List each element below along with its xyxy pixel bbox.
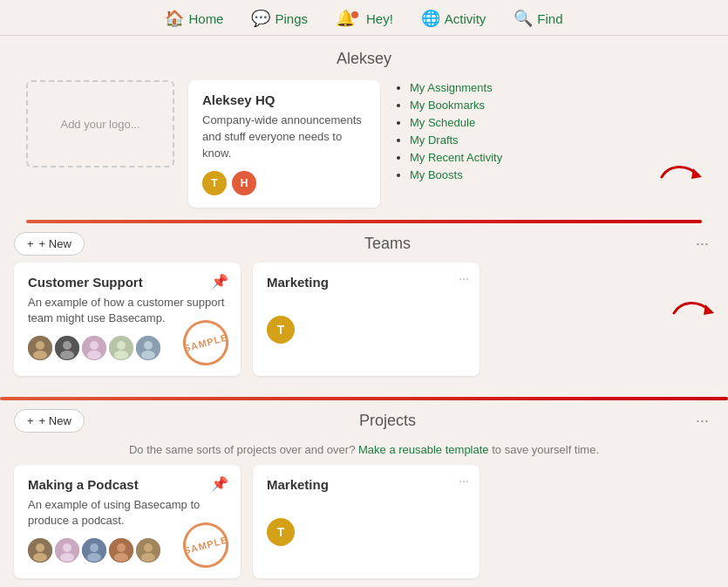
- hq-description: Company-wide announcements and stuff eve…: [202, 113, 366, 162]
- teams-red-arrow: [672, 297, 714, 329]
- marketing-more-icon[interactable]: ···: [459, 474, 469, 488]
- my-drafts-link[interactable]: My Drafts: [410, 133, 459, 147]
- svg-point-30: [144, 543, 153, 552]
- nav-pings[interactable]: 💬 Pings: [251, 9, 308, 28]
- my-recent-activity-link[interactable]: My Recent Activity: [410, 151, 502, 164]
- podcast-pin-icon: 📌: [211, 475, 228, 492]
- podcast-member-3: [82, 538, 106, 563]
- member-avatar-3: [82, 336, 106, 360]
- marketing-team-card[interactable]: ··· Marketing T: [253, 263, 480, 376]
- svg-point-5: [63, 341, 71, 350]
- projects-new-plus: +: [27, 414, 34, 427]
- my-boosts-link[interactable]: My Boosts: [410, 168, 463, 181]
- nav-home[interactable]: 🏠 Home: [165, 9, 223, 28]
- svg-point-11: [117, 341, 126, 350]
- member-avatar-1: [28, 336, 52, 360]
- member-avatar-4: [109, 336, 133, 360]
- teams-new-label: + New: [39, 237, 71, 250]
- hq-card[interactable]: Aleksey HQ Company-wide announcements an…: [188, 80, 380, 208]
- svg-point-15: [141, 351, 155, 359]
- projects-new-label: + New: [39, 414, 71, 427]
- hq-title: Aleksey HQ: [202, 92, 366, 107]
- teams-title: Teams: [85, 235, 691, 253]
- svg-point-25: [87, 553, 101, 562]
- aleksey-content: Add your logo... Aleksey HQ Company-wide…: [26, 80, 702, 208]
- aleksey-title: Aleksey: [26, 50, 702, 68]
- svg-point-12: [114, 351, 128, 359]
- svg-point-28: [114, 553, 128, 562]
- projects-more-button[interactable]: ···: [691, 410, 714, 432]
- nav-bar: 🏠 Home 💬 Pings 🔔 Hey! 🌐 Activity 🔍 Find: [0, 0, 728, 36]
- projects-new-button[interactable]: + + New: [14, 409, 85, 433]
- svg-point-6: [60, 351, 74, 359]
- teams-cards: 📌 Customer Support An example of how a c…: [0, 263, 672, 385]
- teams-section: + + New Teams ··· 📌 Customer Support An …: [0, 223, 728, 400]
- marketing-project-card[interactable]: ··· Marketing T: [253, 465, 480, 578]
- my-schedule-link[interactable]: My Schedule: [410, 116, 475, 129]
- podcast-member-1: [28, 538, 52, 563]
- pings-icon: 💬: [251, 9, 270, 28]
- teams-new-plus: +: [27, 237, 34, 250]
- svg-point-18: [36, 543, 44, 552]
- aleksey-red-arrow: [660, 161, 702, 199]
- projects-info: Do the same sorts of projects over and o…: [0, 440, 728, 465]
- customer-support-card[interactable]: 📌 Customer Support An example of how a c…: [14, 263, 241, 376]
- podcast-card-title: Making a Podcast: [28, 477, 227, 492]
- podcast-card[interactable]: 📌 Making a Podcast An example of using B…: [14, 465, 241, 578]
- svg-point-9: [87, 351, 101, 359]
- svg-point-22: [60, 553, 74, 562]
- find-icon: 🔍: [514, 9, 533, 28]
- reusable-template-link[interactable]: Make a reusable template: [358, 443, 489, 456]
- projects-section: + + New Projects ··· Do the same sorts o…: [0, 400, 728, 587]
- quick-links: My Assignments My Bookmarks My Schedule …: [394, 80, 502, 185]
- svg-marker-16: [704, 304, 714, 315]
- svg-point-3: [33, 351, 47, 359]
- marketing-team-title: Marketing: [267, 275, 466, 290]
- svg-point-2: [36, 341, 44, 350]
- pin-icon: 📌: [211, 273, 228, 290]
- logo-placeholder[interactable]: Add your logo...: [26, 80, 174, 167]
- svg-point-14: [144, 341, 153, 350]
- marketing-project-avatar: T: [267, 518, 295, 546]
- teams-more-button[interactable]: ···: [691, 233, 714, 255]
- svg-point-31: [141, 553, 155, 562]
- marketing-project-title: Marketing: [267, 477, 466, 492]
- avatar-t: T: [202, 171, 227, 195]
- projects-cards: 📌 Making a Podcast An example of using B…: [0, 465, 728, 587]
- my-bookmarks-link[interactable]: My Bookmarks: [410, 99, 485, 112]
- svg-point-27: [117, 543, 126, 552]
- hey-badge: [351, 11, 358, 18]
- projects-title: Projects: [85, 412, 691, 430]
- nav-hey[interactable]: 🔔 Hey!: [336, 9, 393, 28]
- hey-icon: 🔔: [336, 9, 362, 28]
- member-avatar-2: [55, 336, 79, 360]
- nav-find[interactable]: 🔍 Find: [514, 9, 562, 28]
- home-icon: 🏠: [165, 9, 184, 28]
- teams-header: + + New Teams ···: [0, 223, 728, 263]
- teams-new-button[interactable]: + + New: [14, 232, 85, 256]
- aleksey-section: Aleksey Add your logo... Aleksey HQ Comp…: [0, 36, 728, 223]
- member-avatar-5: [136, 336, 160, 360]
- svg-point-24: [90, 543, 99, 552]
- projects-header: + + New Projects ···: [0, 400, 728, 440]
- card-more-icon[interactable]: ···: [459, 271, 469, 285]
- activity-icon: 🌐: [421, 9, 440, 28]
- avatar-h: H: [232, 171, 256, 195]
- podcast-member-2: [55, 538, 79, 563]
- svg-point-21: [63, 543, 71, 552]
- svg-marker-0: [691, 168, 702, 179]
- podcast-member-4: [109, 538, 133, 563]
- hq-avatars: T H: [202, 171, 366, 195]
- teams-arrow-container: [672, 263, 728, 329]
- podcast-member-5: [136, 538, 160, 563]
- nav-activity[interactable]: 🌐 Activity: [421, 9, 486, 28]
- marketing-team-avatar: T: [267, 316, 295, 344]
- my-assignments-link[interactable]: My Assignments: [410, 81, 493, 94]
- cs-card-title: Customer Support: [28, 275, 227, 290]
- svg-point-19: [33, 553, 47, 562]
- svg-point-8: [90, 341, 99, 350]
